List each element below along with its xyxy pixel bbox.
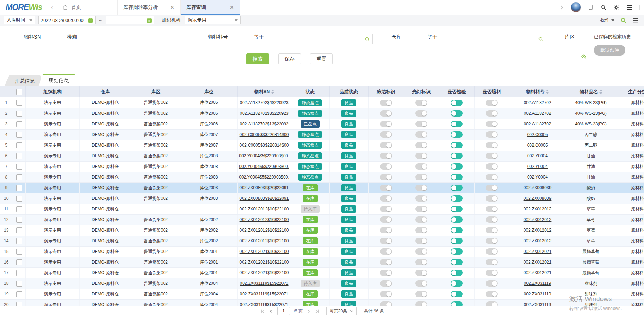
column-header-name[interactable]: 物料品名 xyxy=(566,86,616,97)
part_no-link[interactable]: 002.ZX012021 xyxy=(524,260,552,265)
toolbar-search-icon[interactable] xyxy=(620,17,626,23)
actions-dropdown[interactable]: 操作 xyxy=(600,17,614,23)
inspect-toggle[interactable] xyxy=(451,163,463,170)
frozen-toggle[interactable] xyxy=(380,270,392,276)
row-checkbox[interactable] xyxy=(16,281,22,287)
inspect-toggle[interactable] xyxy=(451,291,463,297)
calendar-icon[interactable] xyxy=(88,18,93,23)
row-checkbox[interactable] xyxy=(16,142,22,148)
row-checkbox[interactable] xyxy=(16,270,22,276)
inspect-toggle[interactable] xyxy=(451,121,463,127)
row-checkbox[interactable] xyxy=(16,132,22,138)
return-toggle[interactable] xyxy=(486,248,498,255)
magnifier-icon[interactable] xyxy=(365,36,370,42)
return-toggle[interactable] xyxy=(486,100,498,106)
sn-link[interactable]: 002.ZX008039$20$22091 xyxy=(240,196,289,201)
page-number-input[interactable]: 1 xyxy=(277,307,290,315)
part_no-link[interactable]: 002.C0005 xyxy=(527,132,548,137)
frozen-toggle[interactable] xyxy=(380,153,392,159)
return-toggle[interactable] xyxy=(486,163,498,170)
gear-icon[interactable] xyxy=(613,4,620,11)
page-size-select[interactable]: 每页20条 xyxy=(326,307,357,315)
light-toggle[interactable] xyxy=(415,238,427,244)
time-field-select[interactable]: 入库时间 xyxy=(4,16,35,24)
return-toggle[interactable] xyxy=(486,291,498,297)
inspect-toggle[interactable] xyxy=(451,131,463,138)
return-toggle[interactable] xyxy=(486,206,498,212)
collapse-panel-icon[interactable] xyxy=(581,53,587,60)
table-row[interactable]: 2演示专用DEMO-原料仓普通货架002库位2006002.A1182702$3… xyxy=(0,108,644,119)
part_no-link[interactable]: 002.ZX031119 xyxy=(524,281,551,286)
nav-tabs-scroll-right[interactable] xyxy=(559,5,564,10)
nav-tab-home[interactable]: 首页 xyxy=(57,0,118,15)
part_no-link[interactable]: 002.ZX012021 xyxy=(524,249,552,254)
table-row[interactable]: 1演示专用DEMO-原料仓普通货架002库位2006002.A1182702$4… xyxy=(0,97,644,108)
return-toggle[interactable] xyxy=(486,121,498,127)
inspect-toggle[interactable] xyxy=(451,153,463,159)
inspect-toggle[interactable] xyxy=(451,195,463,202)
row-checkbox[interactable] xyxy=(16,217,22,223)
table-row[interactable]: 5演示专用DEMO-原料仓普通货架002库位2007002.C0005$3$22… xyxy=(0,140,644,151)
part_no-link[interactable]: 002.C0005 xyxy=(527,143,548,148)
row-checkbox[interactable] xyxy=(16,153,22,159)
table-row[interactable]: 11演示专用DEMO-原料仓002.ZX012012$10$22100待入库良品… xyxy=(0,204,644,214)
light-toggle[interactable] xyxy=(415,163,427,170)
prev-page-icon[interactable] xyxy=(269,309,273,314)
part_no-link[interactable]: 002.ZX008039 xyxy=(524,185,552,190)
sn-link[interactable]: 002.ZX012021$10$22100 xyxy=(240,260,289,265)
row-checkbox[interactable] xyxy=(16,185,22,191)
light-toggle[interactable] xyxy=(415,131,427,138)
part_no-link[interactable]: 002.ZX012012 xyxy=(524,228,552,233)
light-toggle[interactable] xyxy=(415,259,427,265)
return-toggle[interactable] xyxy=(486,153,498,159)
mobile-icon[interactable] xyxy=(588,4,594,10)
return-toggle[interactable] xyxy=(486,270,498,276)
field-label[interactable]: 物料SN xyxy=(18,34,46,44)
inspect-toggle[interactable] xyxy=(451,270,463,276)
part-no-input[interactable] xyxy=(284,34,373,44)
sn-link[interactable]: 002.Y0004$5$220903$00. xyxy=(239,153,289,158)
light-toggle[interactable] xyxy=(415,270,427,276)
toolbar-menu-icon[interactable] xyxy=(632,18,638,23)
table-row[interactable]: 6演示专用DEMO-原料仓普通货架002库位2008002.Y0004$5$22… xyxy=(0,151,644,161)
nav-tab-inventory-query[interactable]: 库存查询 ✕ xyxy=(181,0,240,15)
part_no-link[interactable]: 002.ZX031119 xyxy=(524,292,551,297)
light-toggle[interactable] xyxy=(415,142,427,148)
frozen-toggle[interactable] xyxy=(380,227,392,233)
table-row[interactable]: 8演示专用DEMO-原料仓普通货架002库位2008002.Y0004$5$22… xyxy=(0,172,644,182)
return-toggle[interactable] xyxy=(486,216,498,223)
column-header-part_no[interactable]: 物料料号 xyxy=(509,86,566,97)
sn-link[interactable]: 002.ZX008039$20$22091 xyxy=(240,185,289,190)
magnifier-icon[interactable] xyxy=(538,36,543,42)
select-all-checkbox[interactable] xyxy=(16,89,22,95)
first-page-icon[interactable] xyxy=(260,309,265,314)
inspect-toggle[interactable] xyxy=(451,227,463,233)
light-toggle[interactable] xyxy=(415,280,427,287)
return-toggle[interactable] xyxy=(486,174,498,180)
frozen-toggle[interactable] xyxy=(380,248,392,255)
sn-link[interactable]: 002.ZX031119$15$22071 xyxy=(240,292,288,297)
light-toggle[interactable] xyxy=(415,195,427,202)
frozen-toggle[interactable] xyxy=(380,110,392,117)
next-page-icon[interactable] xyxy=(307,309,311,314)
inspect-toggle[interactable] xyxy=(451,280,463,287)
field-label[interactable]: 物料料号 xyxy=(202,34,233,44)
frozen-toggle[interactable] xyxy=(380,100,392,106)
light-toggle[interactable] xyxy=(415,174,427,180)
frozen-toggle[interactable] xyxy=(380,195,392,202)
table-row[interactable]: 16演示专用DEMO-原料仓普通货架002库位2001002.ZX012021$… xyxy=(0,257,644,267)
inspect-toggle[interactable] xyxy=(451,185,463,191)
menu-icon[interactable] xyxy=(626,5,633,10)
frozen-toggle[interactable] xyxy=(380,291,392,297)
sn-link[interactable]: 002.ZX012021$10$22100 xyxy=(240,249,289,254)
light-toggle[interactable] xyxy=(415,291,427,297)
inspect-toggle[interactable] xyxy=(451,142,463,148)
frozen-toggle[interactable] xyxy=(380,163,392,170)
return-toggle[interactable] xyxy=(486,142,498,148)
table-row[interactable]: 3演示专用DEMO-原料仓普通货架002库位2006002.A1182702$1… xyxy=(0,119,644,129)
part_no-link[interactable]: 002.Y0004 xyxy=(527,153,548,158)
field-label[interactable]: 库区 xyxy=(559,34,580,44)
sn-link[interactable]: 002.ZX012012$10$22100 xyxy=(240,217,289,222)
table-row[interactable]: 17演示专用DEMO-原料仓普通货架002库位2001002.ZX012021$… xyxy=(0,267,644,278)
light-toggle[interactable] xyxy=(415,216,427,223)
